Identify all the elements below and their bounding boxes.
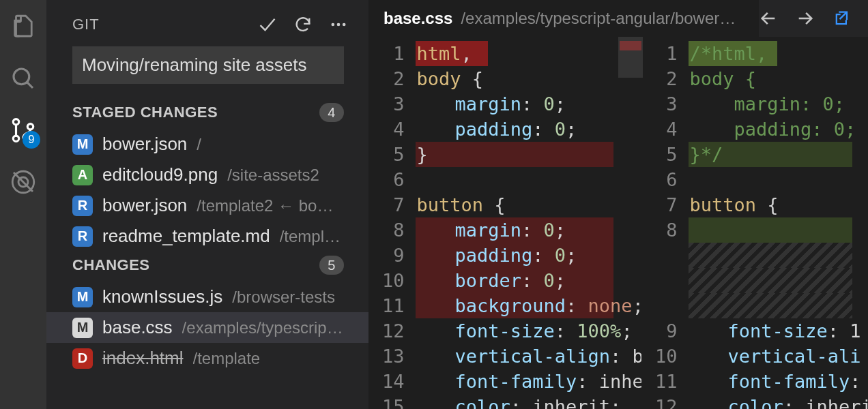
section-header[interactable]: CHANGES5 [46,252,368,282]
status-badge: D [72,348,93,369]
code-line: margin: 0; [416,217,641,243]
code-line: padding: 0; [416,243,641,268]
code-line: padding: 0; [416,117,641,142]
line-number: 9 [655,318,678,344]
section-label: STAGED CHANGES [72,104,319,121]
code-line [689,243,868,268]
editor-tab-bar: base.css /examples/typescript-angular/bo… [368,0,868,37]
code-line: body { [416,66,641,91]
file-name: editcloud9.png [102,164,218,185]
code-right[interactable]: /*html,body { margin: 0; padding: 0;}*/b… [689,37,868,409]
editor-tab[interactable]: base.css /examples/typescript-angular/bo… [368,0,759,37]
line-number: 11 [655,369,678,394]
code-line: font-family: [689,369,868,394]
commit-message-input[interactable]: Moving/renaming site assets [72,46,344,84]
svg-line-7 [14,172,33,192]
line-number: 12 [382,318,405,344]
svg-point-9 [337,23,341,27]
commit-icon[interactable] [258,15,277,34]
line-number: 4 [655,117,678,142]
file-path: / [197,135,201,154]
refresh-icon[interactable] [293,15,313,34]
code-line: vertical-ali [689,344,868,369]
code-line: color: inheri [689,394,868,409]
line-number: 13 [382,344,405,369]
file-path: /template… [280,227,344,246]
code-line: font-size: 1 [689,318,868,344]
file-row[interactable]: Dindex.html/template [46,343,368,374]
code-line: button { [689,192,868,217]
file-path: /template [193,349,261,368]
code-line [689,167,868,192]
code-line: body { [689,66,868,91]
line-number [655,268,678,293]
source-control-icon[interactable]: 9 [9,116,38,145]
open-file-icon[interactable] [833,9,852,28]
git-sidebar: GIT Moving/renaming site assets STAGED C… [46,0,368,409]
file-row[interactable]: Mbower.json/ [46,129,368,160]
file-row[interactable]: Mbase.css/examples/typescript-a… [46,312,368,343]
file-path: /site-assets2 [227,166,319,185]
code-line: color: inherit; [416,394,641,409]
status-badge: R [72,226,93,247]
next-change-icon[interactable] [796,9,815,28]
file-row[interactable]: Rbower.json/template2 ← bowe… [46,190,368,221]
line-number: 3 [382,91,405,117]
file-row[interactable]: Rreadme_template.md/template… [46,221,368,252]
diff-view[interactable]: 123456789101112131415 html,body {margin:… [368,37,868,409]
more-icon[interactable] [329,15,348,34]
explorer-icon[interactable] [9,12,38,41]
file-name: bower.json [102,134,187,155]
code-line [416,167,641,192]
code-line [689,268,868,293]
file-name: readme_template.md [102,226,270,247]
file-row[interactable]: Aeditcloud9.png/site-assets2 [46,160,368,190]
status-badge: M [72,287,93,307]
code-line: margin: 0; [689,91,868,117]
file-path: /browser-tests [232,288,335,307]
search-icon[interactable] [9,64,38,93]
file-row[interactable]: MknownIssues.js/browser-tests [46,282,368,312]
code-line: html, [416,41,641,66]
code-line: font-size: 100%; [416,318,641,344]
line-number: 6 [382,167,405,192]
code-line: margin: 0; [416,91,641,117]
diff-original-pane: 123456789101112131415 html,body {margin:… [368,37,641,409]
code-line: } [416,142,641,167]
sidebar-title: GIT [72,16,258,33]
section-count: 4 [319,103,344,122]
activity-bar: 9 [0,0,46,409]
section-count: 5 [319,256,344,275]
line-number: 8 [655,217,678,243]
line-number [655,293,678,318]
prev-change-icon[interactable] [759,9,778,28]
line-number: 5 [382,142,405,167]
line-number: 12 [655,394,678,409]
svg-point-0 [14,69,29,85]
line-number: 2 [655,66,678,91]
svg-point-10 [343,23,346,27]
line-number: 7 [382,192,405,217]
line-number: 9 [382,243,405,268]
diff-modified-pane: 123456789101112 /*html,body { margin: 0;… [641,37,868,409]
file-path: /examples/typescript-a… [182,318,344,337]
line-number: 1 [655,41,678,66]
code-line: padding: 0; [689,117,868,142]
code-line: vertical-align: b [416,344,641,369]
line-number: 8 [382,217,405,243]
code-line [689,293,868,318]
line-number: 10 [382,268,405,293]
code-line: }*/ [689,142,868,167]
code-left[interactable]: html,body {margin: 0;padding: 0;}button … [416,37,641,409]
line-numbers-right: 123456789101112 [641,37,689,409]
debug-icon[interactable] [9,168,38,196]
code-line: background: none; [416,293,641,318]
file-name: bower.json [102,195,187,216]
line-number: 6 [655,167,678,192]
line-numbers-left: 123456789101112131415 [368,37,416,409]
line-number: 1 [382,41,405,66]
section-header[interactable]: STAGED CHANGES4 [46,99,368,129]
line-number: 2 [382,66,405,91]
code-line [689,217,868,243]
sidebar-header: GIT [46,7,368,44]
